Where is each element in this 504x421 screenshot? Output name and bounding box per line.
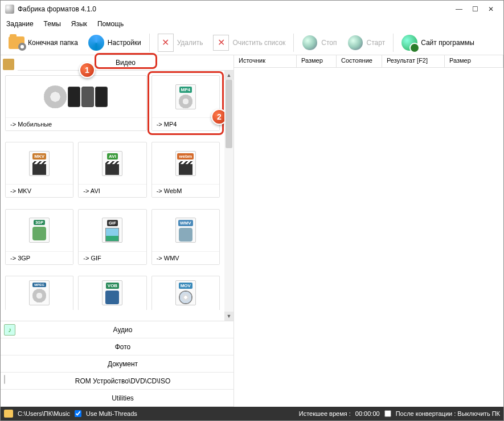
stop-button[interactable]: Стоп — [297, 32, 341, 53]
tile-avi-label: -> AVI — [79, 184, 146, 197]
category-audio[interactable]: ♪ Аудио — [1, 321, 233, 338]
tile-mov[interactable]: MOV — [151, 276, 220, 310]
start-label: Старт — [367, 39, 386, 47]
elapsed-value: 00:00:00 — [355, 410, 380, 417]
scroll-thumb[interactable] — [226, 80, 232, 148]
tile-mpeg[interactable]: MPEG — [5, 276, 73, 310]
grid-scrollbar[interactable]: ▲ ▼ — [224, 71, 233, 321]
clear-list-button[interactable]: ✕ Очистить список — [208, 32, 290, 53]
settings-button[interactable]: Настройки — [84, 32, 146, 53]
output-folder-label: Конечная папка — [28, 39, 78, 47]
document-icon — [4, 358, 15, 370]
scroll-down-button[interactable]: ▼ — [224, 312, 233, 321]
tile-mkv[interactable]: MKV -> MKV — [5, 142, 73, 198]
avi-file-icon: AVI — [79, 142, 146, 184]
gif-file-icon: GIF — [79, 210, 146, 251]
format-grid: -> Мобильные MP4 -> MP4 2 MKV -> MKV AVI — [1, 71, 224, 321]
main-area: Видео 1 -> Мобильные — [1, 55, 503, 407]
globe-icon — [401, 35, 417, 51]
category-utilities[interactable]: Utilities — [1, 390, 233, 407]
video-category-icon — [3, 59, 14, 70]
category-photo[interactable]: Фото — [1, 338, 233, 355]
queue-body[interactable] — [234, 68, 503, 407]
delete-button[interactable]: Удалить — [153, 32, 208, 53]
separator — [293, 34, 294, 52]
tile-3gp[interactable]: 3GP -> 3GP — [5, 209, 73, 265]
scroll-track[interactable] — [224, 80, 233, 312]
col-result[interactable]: Результат [F2] — [382, 55, 445, 67]
tile-vob[interactable]: VOB — [78, 276, 146, 310]
col-size2[interactable]: Размер — [445, 55, 503, 67]
after-convert-label: После конвертации : Выключить ПК — [396, 410, 500, 417]
left-panel: Видео 1 -> Мобильные — [1, 55, 234, 407]
tile-webm[interactable]: webm -> WebM — [151, 142, 220, 198]
separator — [149, 34, 150, 52]
toolbar: Конечная папка Настройки Удалить ✕ Очист… — [1, 30, 503, 55]
close-button[interactable]: ✕ — [483, 3, 499, 15]
tile-3gp-label: -> 3GP — [6, 251, 73, 264]
category-video-label: Видео — [116, 59, 136, 67]
menu-task[interactable]: Задание — [5, 19, 35, 29]
category-document-label: Документ — [15, 360, 230, 368]
settings-label: Настройки — [108, 39, 141, 47]
category-rom-label: ROM Устройство\DVD\CD\ISO — [15, 377, 230, 385]
col-state[interactable]: Состояние — [337, 55, 382, 67]
category-photo-label: Фото — [15, 343, 230, 351]
category-utilities-label: Utilities — [15, 394, 230, 402]
tile-wmv[interactable]: WMV -> WMV — [151, 209, 220, 265]
tile-webm-label: -> WebM — [152, 184, 219, 197]
menu-language[interactable]: Язык — [70, 19, 88, 29]
app-icon — [5, 5, 14, 14]
tile-gif[interactable]: GIF -> GIF — [78, 209, 146, 265]
category-rom[interactable]: ROM Устройство\DVD\CD\ISO — [1, 373, 233, 390]
vob-file-icon: VOB — [79, 276, 146, 310]
menu-themes[interactable]: Темы — [43, 19, 62, 29]
start-button[interactable]: Старт — [343, 32, 390, 53]
mp4-file-icon: MP4 — [152, 76, 219, 117]
multithreads-checkbox[interactable] — [75, 410, 81, 417]
after-convert-checkbox[interactable] — [384, 410, 391, 417]
start-icon — [347, 35, 363, 51]
tile-gif-label: -> GIF — [79, 251, 146, 264]
statusbar: C:\Users\ПК\Music Use Multi-Threads Исте… — [1, 407, 503, 420]
stop-label: Стоп — [321, 39, 337, 47]
3gp-file-icon: 3GP — [6, 210, 73, 251]
status-folder-icon[interactable] — [4, 410, 13, 418]
menu-help[interactable]: Помощь — [96, 19, 125, 29]
queue-header: Источник Размер Состояние Результат [F2]… — [234, 55, 503, 68]
separator — [393, 34, 394, 52]
mobile-devices-icon — [6, 76, 146, 117]
category-document[interactable]: Документ — [1, 355, 233, 373]
scroll-up-button[interactable]: ▲ — [224, 71, 233, 80]
category-video[interactable]: Видео 1 — [18, 55, 233, 71]
swirl-icon — [88, 35, 104, 51]
col-source[interactable]: Источник — [234, 55, 297, 67]
maximize-button[interactable]: ☐ — [467, 3, 483, 15]
output-folder-button[interactable]: Конечная папка — [4, 32, 83, 53]
category-audio-label: Аудио — [15, 326, 230, 334]
right-panel: Источник Размер Состояние Результат [F2]… — [234, 55, 503, 407]
stop-icon — [302, 35, 318, 51]
website-label: Сайт программы — [421, 39, 474, 47]
tile-mobile[interactable]: -> Мобильные — [5, 75, 147, 131]
tile-avi[interactable]: AVI -> AVI — [78, 142, 146, 198]
website-button[interactable]: Сайт программы — [397, 32, 479, 53]
format-grid-area: -> Мобильные MP4 -> MP4 2 MKV -> MKV AVI — [1, 71, 233, 321]
clear-icon: ✕ — [213, 35, 229, 51]
tutorial-marker-1: 1 — [79, 62, 95, 78]
mov-file-icon: MOV — [152, 276, 219, 310]
tile-wmv-label: -> WMV — [152, 251, 219, 264]
mkv-file-icon: MKV — [6, 142, 73, 184]
delete-label: Удалить — [177, 39, 203, 47]
mpeg-file-icon: MPEG — [6, 276, 73, 310]
status-path[interactable]: C:\Users\ПК\Music — [18, 410, 70, 417]
delete-icon — [158, 35, 174, 51]
window-title: Фабрика форматов 4.1.0 — [18, 5, 451, 13]
elapsed-label: Истекшее время : — [299, 410, 351, 417]
tile-mp4[interactable]: MP4 -> MP4 2 — [151, 75, 220, 131]
category-list: ♪ Аудио Фото Документ ROM Устройство\DVD… — [1, 321, 233, 407]
music-note-icon: ♪ — [4, 324, 15, 336]
col-size[interactable]: Размер — [297, 55, 337, 67]
disc-drive-icon — [4, 375, 15, 387]
minimize-button[interactable]: — — [451, 3, 467, 15]
